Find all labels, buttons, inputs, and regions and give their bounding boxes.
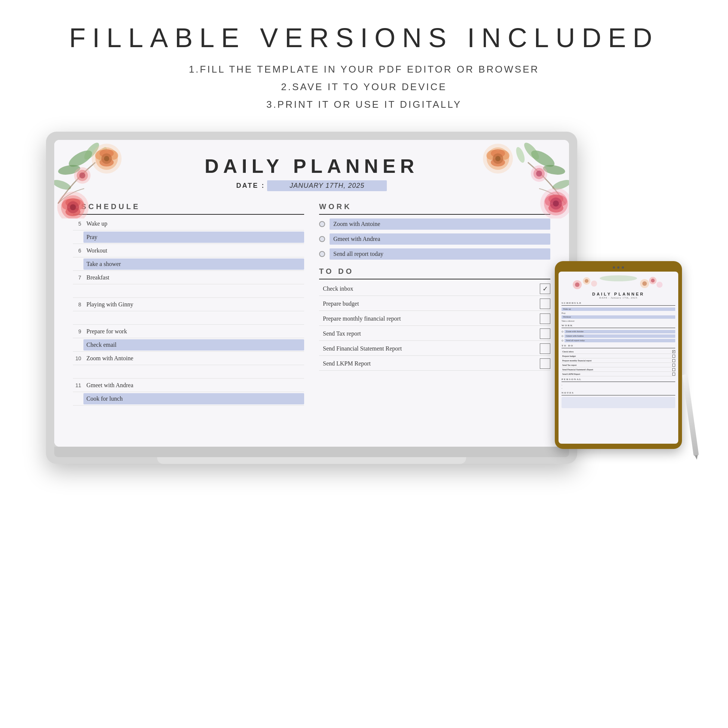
instruction-3: 3.PRINT IT OR USE IT DIGITALLY <box>189 96 540 113</box>
svg-point-60 <box>600 275 637 281</box>
svg-point-12 <box>70 204 76 210</box>
schedule-row: 6Workout <box>73 244 304 257</box>
todo-item-text: Send LKPM Report <box>319 357 540 370</box>
schedule-time: 11 <box>73 382 83 388</box>
schedule-row: Cook for lunch <box>73 392 304 405</box>
stylus-pen <box>682 374 699 456</box>
schedule-row: 5Wake up <box>73 217 304 231</box>
instruction-1: 1.FILL THE TEMPLATE IN YOUR PDF EDITOR O… <box>189 61 540 78</box>
work-row: Gmeet with Andrea <box>319 232 550 246</box>
svg-point-58 <box>651 279 655 283</box>
schedule-time: 9 <box>73 329 83 335</box>
schedule-time: 10 <box>73 355 83 361</box>
schedule-row: 7Breakfast <box>73 271 304 284</box>
todo-divider <box>319 279 550 280</box>
todo-checkbox[interactable]: ✓ <box>540 284 550 294</box>
todo-checkbox[interactable] <box>540 298 550 309</box>
todo-label: TO DO <box>319 267 354 276</box>
todo-row: Prepare monthly financial report <box>319 312 550 326</box>
tablet-work-title: WORK <box>561 324 675 327</box>
schedule-row: Check email <box>73 338 304 352</box>
laptop-wrapper: DAILY PLANNER DATE : January 17th, 2025 … <box>46 132 682 464</box>
schedule-item-text: Wake up <box>83 218 304 229</box>
planner-body: SCHEDULE 5Wake upPray6WorkoutTake a show… <box>54 195 569 417</box>
laptop-device: DAILY PLANNER DATE : January 17th, 2025 … <box>46 132 577 464</box>
todo-item-text: Check inbox <box>319 283 540 295</box>
laptop-keyboard <box>157 457 466 464</box>
svg-point-56 <box>642 281 647 286</box>
schedule-item-text: Workout <box>83 245 304 256</box>
schedule-item-text: Cook for lunch <box>83 393 304 404</box>
tablet-todo-2: Prepare budget <box>561 354 675 358</box>
svg-point-23 <box>79 173 85 179</box>
tablet-personal-divider <box>561 382 675 382</box>
tablet-todo-5: Send Financial Statement's Report <box>561 367 675 372</box>
laptop-screen: DAILY PLANNER DATE : January 17th, 2025 … <box>54 140 569 447</box>
pen-tip <box>695 455 699 460</box>
svg-point-36 <box>553 200 559 206</box>
todo-row: Prepare budget <box>319 297 550 311</box>
schedule-row: 10Zoom with Antoine <box>73 352 304 365</box>
tablet-notes-area <box>561 397 675 408</box>
todo-row: Check inbox✓ <box>319 282 550 296</box>
tablet-work-item-3: Send all report today <box>561 338 675 343</box>
schedule-item-text: Pray <box>83 232 304 243</box>
tablet-date: DATE : January 17th, 2025 <box>561 296 675 299</box>
todo-item-text: Send Tax report <box>319 327 540 340</box>
date-value[interactable]: January 17th, 2025 <box>267 180 387 191</box>
todo-checkbox[interactable] <box>540 358 550 369</box>
todo-item-text: Prepare budget <box>319 297 540 310</box>
tablet-work-item-2: Gmeet with Andrea <box>561 334 675 338</box>
svg-point-27 <box>514 146 526 164</box>
todo-list: Check inbox✓Prepare budgetPrepare monthl… <box>319 282 550 371</box>
tablet-dot-2 <box>617 266 619 269</box>
tablet-dot-3 <box>622 266 624 269</box>
tablet-todo-6: Send LKPM Report <box>561 372 675 376</box>
tablet-notes-title: NOTES <box>561 391 675 394</box>
schedule-item-text: Check email <box>83 339 304 350</box>
schedule-row <box>73 311 304 325</box>
tablet-schedule-item-4: Take a shower <box>561 319 675 323</box>
tablet-screen: DAILY PLANNER DATE : January 17th, 2025 … <box>558 272 678 444</box>
todo-checkbox[interactable] <box>540 343 550 354</box>
tablet-personal-item-1: - <box>561 383 675 387</box>
tablet-personal-item-2: - <box>561 387 675 390</box>
tablet-schedule-item-1: Wake up <box>561 307 675 311</box>
work-label: WORK <box>319 202 352 211</box>
todo-row: Send Tax report <box>319 327 550 341</box>
todo-row: Send Financial Statement Report <box>319 341 550 356</box>
svg-point-54 <box>591 281 597 286</box>
schedule-time: 7 <box>73 275 83 281</box>
schedule-item-text: Prepare for work <box>83 326 304 337</box>
tablet-device: DAILY PLANNER DATE : January 17th, 2025 … <box>555 261 682 449</box>
svg-point-51 <box>575 283 580 287</box>
schedule-row: 11Gmeet with Andrea <box>73 379 304 392</box>
schedule-item-text <box>83 370 304 374</box>
todo-row: Send LKPM Report <box>319 356 550 371</box>
schedule-time: 6 <box>73 248 83 254</box>
svg-point-53 <box>585 279 589 283</box>
todo-item-text: Send Financial Statement Report <box>319 342 540 355</box>
todo-checkbox[interactable] <box>540 314 550 324</box>
svg-point-20 <box>104 156 109 161</box>
schedule-item-text: Zoom with Antoine <box>83 353 304 364</box>
work-list: Zoom with AntoineGmeet with AndreaSend a… <box>319 217 550 261</box>
tablet-top-bar <box>558 266 678 269</box>
tablet-personal-title: PERSONAL <box>561 378 675 381</box>
tablet-schedule-divider <box>561 305 675 306</box>
todo-item-text: Prepare monthly financial report <box>319 312 540 325</box>
date-label: DATE : <box>236 182 265 190</box>
schedule-item-text <box>83 289 304 293</box>
todo-checkbox[interactable] <box>540 329 550 339</box>
page-headline: FILLABLE VERSIONS INCLUDED <box>69 23 659 53</box>
todo-section-title: TO DO <box>319 267 550 276</box>
tablet-work-item-1: Zoom with Antoine <box>561 329 675 334</box>
schedule-item-text: Gmeet with Andrea <box>83 380 304 391</box>
work-row: Zoom with Antoine <box>319 217 550 231</box>
tablet-schedule-item-3: Workout <box>561 315 675 319</box>
work-row: Send all report today <box>319 247 550 261</box>
todo-section: TO DO Check inbox✓Prepare budgetPrepare … <box>319 267 550 371</box>
tablet-title: DAILY PLANNER <box>561 292 675 296</box>
tablet-schedule-item-2: Pray <box>561 311 675 315</box>
schedule-column: SCHEDULE 5Wake upPray6WorkoutTake a show… <box>73 202 304 405</box>
